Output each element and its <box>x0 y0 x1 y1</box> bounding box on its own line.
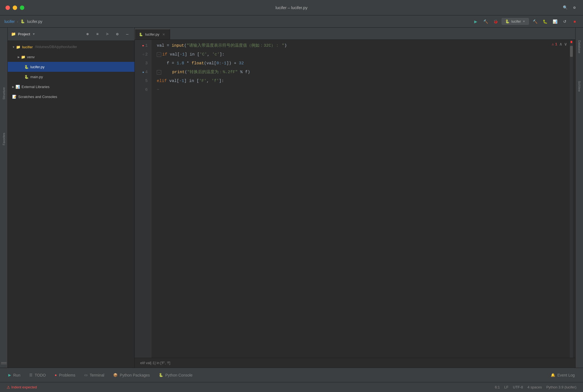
maximize-button[interactable] <box>20 6 24 10</box>
minimize-button[interactable] <box>13 6 17 10</box>
code-line-4: - print ( "转换后的温度为：%.2fF" % f ) <box>157 68 575 77</box>
code-line-2: - if val [ -1 ] in [ 'C' , 'c' ] : <box>157 50 575 59</box>
todo-tab-label: TODO <box>35 373 46 377</box>
scrollbar[interactable] <box>570 40 573 358</box>
collapse-all-button[interactable]: ≡ <box>94 30 101 38</box>
encoding-text: UTF-8 <box>513 385 523 389</box>
tree-item-external-libraries[interactable]: ▶ 📊 External Libraries <box>8 82 134 92</box>
build-button[interactable]: 🔨 <box>482 18 489 25</box>
breadcrumb-project[interactable]: lucifer <box>4 19 15 24</box>
file-tree: ▼ 📁 lucifer /Volumes/DBA/python/lucifer … <box>8 41 134 368</box>
editor-area: 🐍 lucifer.py ✕ ● 1 ◁ 2 3 ● 4 <box>135 28 575 368</box>
database-tab[interactable]: Database <box>577 38 582 55</box>
prev-error-button[interactable]: ∧ <box>560 41 562 47</box>
breadcrumb-icon: 🐍 <box>20 19 25 23</box>
todo-tab[interactable]: ☰ TODO <box>25 370 50 380</box>
encoding-item[interactable]: UTF-8 <box>511 385 525 389</box>
project-runner: ▶ 🔨 🐞 🐍 lucifer ▼ 🔨 🐛 📊 ↺ ■ <box>472 18 579 25</box>
next-error-button[interactable]: ∨ <box>564 41 567 47</box>
error-count: 1 <box>555 42 557 46</box>
breadcrumb-bar: lucifer › 🐍 lucifer.py ▶ 🔨 🐞 🐍 lucifer ▼… <box>0 15 583 28</box>
tree-item-main-py[interactable]: 🐍 main.py <box>8 72 134 82</box>
favorites-tab[interactable]: Favorites <box>1 131 7 147</box>
code-content[interactable]: val = input ( "请输入带温度表示符号的温度值（例如：32C）： "… <box>151 40 575 358</box>
stop-button[interactable]: ■ <box>571 18 579 25</box>
event-log-section: 🔔 Event Log <box>547 370 579 380</box>
debug-button[interactable]: 🐞 <box>492 18 499 25</box>
code-line-6: ~ <box>157 86 575 94</box>
run-button[interactable]: ▶ <box>472 18 479 25</box>
run-tab-label: Run <box>13 373 20 377</box>
gutter-line-1: ● 1 <box>135 41 148 50</box>
settings-gear-button[interactable]: ⚙ <box>113 30 121 38</box>
tab-close-icon[interactable]: ✕ <box>161 32 166 37</box>
tab-label: lucifer.py <box>145 32 159 36</box>
toolbar-right: 🔍 ⚙ <box>562 5 577 11</box>
tree-item-lucifer-folder[interactable]: ▼ 📁 lucifer /Volumes/DBA/python/lucifer <box>8 42 134 52</box>
line-gutter: ● 1 ◁ 2 3 ● 4 5 6 <box>135 40 151 358</box>
build2-button[interactable]: 🔨 <box>531 18 539 25</box>
bottom-toolbar: ▶ Run ☰ TODO ● Problems ▭ Terminal 📦 Pyt… <box>0 368 583 382</box>
cursor-position[interactable]: 6:1 <box>493 385 502 389</box>
coverage-button[interactable]: 🐛 <box>541 18 549 25</box>
python-console-tab[interactable]: 🐍 Python Console <box>155 370 197 380</box>
python-console-label: Python Console <box>165 373 193 377</box>
close-button[interactable] <box>6 6 10 10</box>
terminal-tab-label: Terminal <box>90 373 104 377</box>
python-packages-label: Python Packages <box>120 373 150 377</box>
status-right-section: 6:1 LF UTF-8 4 spaces Python 3.9 (lucife… <box>493 385 579 389</box>
gutter-line-6: 6 <box>135 86 148 94</box>
status-error-item[interactable]: ⚠ Indent expected <box>4 382 39 392</box>
sidebar-tools: ⊕ ≡ ⩺ ⚙ — <box>84 30 131 38</box>
breadcrumb-separator: › <box>17 19 18 24</box>
gutter-line-5: 5 <box>135 77 148 86</box>
add-file-button[interactable]: ⊕ <box>84 30 91 38</box>
run-tab[interactable]: ▶ Run <box>4 370 24 380</box>
sidebar-title: Project <box>18 32 30 36</box>
line-ending-item[interactable]: LF <box>502 385 511 389</box>
sidebar-header: 📁 Project ▼ ⊕ ≡ ⩺ ⚙ — <box>8 28 134 41</box>
bottom-code-hint: elif val[-1] in ['F', 'f'] <box>140 361 170 365</box>
breadcrumb-file[interactable]: lucifer.py <box>27 19 42 24</box>
main-area: Structure Favorites 📁 Project ▼ ⊕ ≡ ⩺ ⚙ … <box>0 28 583 368</box>
warning-icon: ● <box>142 41 144 50</box>
titlebar: lucifer – lucifer.py 🔍 ⚙ <box>0 0 583 15</box>
code-line-3: f = 1.8 * float ( val [ 0:-1 ]) + 32 <box>157 59 575 68</box>
python-version-item[interactable]: Python 3.9 (lucifer) <box>544 385 579 389</box>
problems-tab-label: Problems <box>59 373 75 377</box>
structure-tab[interactable]: Structure <box>1 85 7 102</box>
indent-text: 4 spaces <box>528 385 542 389</box>
tree-item-lucifer-py[interactable]: 🐍 lucifer.py <box>8 62 134 72</box>
runner-config-button[interactable]: 🐍 lucifer ▼ <box>502 18 529 25</box>
sciview-tab[interactable]: SciView <box>577 79 582 94</box>
tree-item-venv[interactable]: ▶ 📁 venv <box>8 52 134 62</box>
code-line-1: val = input ( "请输入带温度表示符号的温度值（例如：32C）： "… <box>157 41 575 50</box>
tab-lucifer-py[interactable]: 🐍 lucifer.py ✕ <box>135 29 170 39</box>
gutter-line-2: ◁ 2 <box>135 50 148 59</box>
problems-tab[interactable]: ● Problems <box>51 370 79 380</box>
profile-button[interactable]: 📊 <box>551 18 559 25</box>
search-icon[interactable]: 🔍 <box>562 5 568 11</box>
editor-bottom-breadcrumb: elif val[-1] in ['F', 'f'] <box>135 358 575 368</box>
error-nav: ⚠ 1 ∧ ∨ <box>552 41 567 47</box>
terminal-tab[interactable]: ▭ Terminal <box>80 370 108 380</box>
error-dot-icon: ⚠ <box>7 385 10 390</box>
settings-icon[interactable]: ⚙ <box>571 5 577 11</box>
left-panel-tabs: Structure Favorites <box>0 28 8 368</box>
reload-button[interactable]: ↺ <box>561 18 569 25</box>
sidebar: 📁 Project ▼ ⊕ ≡ ⩺ ⚙ — ▼ 📁 lucifer /Volum… <box>8 28 135 368</box>
expand-all-button[interactable]: ⩺ <box>104 30 111 38</box>
code-editor[interactable]: ● 1 ◁ 2 3 ● 4 5 6 val = <box>135 40 575 358</box>
traffic-lights <box>6 6 24 10</box>
python-packages-tab[interactable]: 📦 Python Packages <box>109 370 154 380</box>
event-log-label: Event Log <box>557 373 575 377</box>
tree-item-scratches[interactable]: 📝 Scratches and Consoles <box>8 92 134 102</box>
status-error-text: Indent expected <box>11 385 37 389</box>
runner-label: lucifer <box>511 19 521 23</box>
error-badge: ⚠ 1 <box>552 42 557 46</box>
indent-item[interactable]: 4 spaces <box>525 385 544 389</box>
status-bar: ⚠ Indent expected 6:1 LF UTF-8 4 spaces … <box>0 382 583 392</box>
hide-sidebar-button[interactable]: — <box>123 30 131 38</box>
code-line-5: elif val [ -1 ] in [ 'F' , 'f' ] : <box>157 77 575 86</box>
event-log-tab[interactable]: 🔔 Event Log <box>547 370 579 380</box>
